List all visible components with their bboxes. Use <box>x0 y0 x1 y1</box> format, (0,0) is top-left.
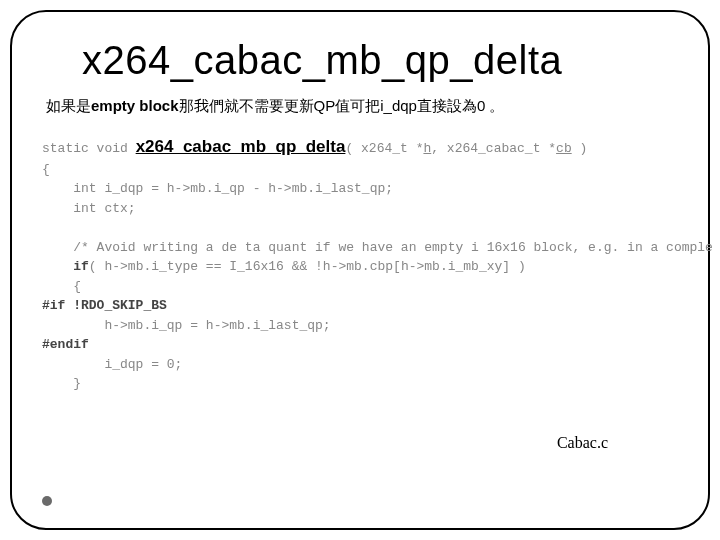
code-l8: { <box>42 279 81 294</box>
slide-frame: x264_cabac_mb_qp_delta 如果是empty block那我們… <box>10 10 710 530</box>
code-l1b: ( x264_t * <box>345 141 423 156</box>
code-l10: h->mb.i_qp = h->mb.i_last_qp; <box>42 318 331 333</box>
code-l4: int ctx; <box>42 201 136 216</box>
code-comment: /* Avoid writing a de ta quant if we hav… <box>42 240 713 255</box>
source-file-label: Cabac.c <box>557 434 608 452</box>
code-preproc-if: #if !RDO_SKIP_BS <box>42 298 167 313</box>
code-block: static void x264_cabac_mb_qp_delta( x264… <box>42 134 678 394</box>
code-l2: { <box>42 162 50 177</box>
desc-prefix: 如果是 <box>46 97 91 114</box>
code-kw-if: if <box>73 259 89 274</box>
desc-bold: empty block <box>91 97 179 114</box>
code-preproc-endif: #endif <box>42 337 89 352</box>
desc-suffix: 那我們就不需要更新QP值可把i_dqp直接設為0 。 <box>179 97 505 114</box>
code-l1d: , x264_cabac_t * <box>431 141 556 156</box>
code-l3: int i_dqp = h->mb.i_qp - h->mb.i_last_qp… <box>42 181 393 196</box>
code-l12: i_dqp = 0; <box>42 357 182 372</box>
code-function-name: x264_cabac_mb_qp_delta <box>136 137 346 156</box>
code-l7a <box>42 259 73 274</box>
code-kw-static: static void <box>42 141 136 156</box>
code-l1f: ) <box>572 141 588 156</box>
description-line: 如果是empty block那我們就不需要更新QP值可把i_dqp直接設為0 。 <box>46 97 678 116</box>
code-l7c: ( h->mb.i_type == I_16x16 && !h->mb.cbp[… <box>89 259 526 274</box>
slide-title: x264_cabac_mb_qp_delta <box>82 38 678 83</box>
code-l13: } <box>42 376 81 391</box>
code-param-cb: cb <box>556 141 572 156</box>
bullet-icon <box>42 496 52 506</box>
